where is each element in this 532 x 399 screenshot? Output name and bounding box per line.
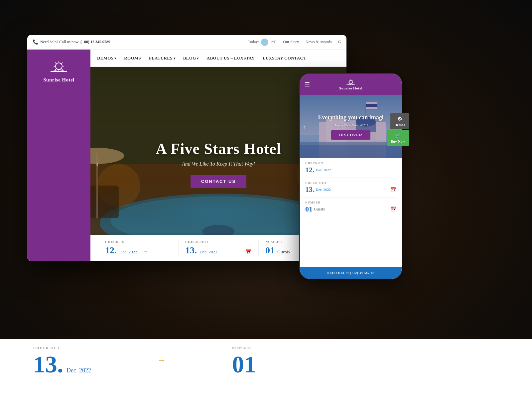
- checkout-calendar-icon: 📅: [245, 248, 252, 255]
- bottom-arrow-icon: →: [158, 356, 166, 365]
- checkin-arrow-icon: →: [142, 248, 148, 255]
- checkout-value-row: 13. Dec. 2022 📅: [185, 245, 252, 256]
- guests-count: 01: [265, 245, 275, 256]
- topbar-nav: Our Story News & Awards G: [283, 40, 341, 45]
- mobile-guests-field[interactable]: NUMBER 01 Guests 📅: [305, 198, 396, 217]
- mobile-checkout-day: 13.: [305, 185, 315, 194]
- bottom-checkout-day: 13.: [33, 352, 63, 376]
- mobile-checkin-label: CHECK-IN: [305, 162, 396, 165]
- mobile-hero-title: Everything you can imagi: [311, 114, 390, 121]
- mobile-checkin-arrow: →: [333, 167, 339, 173]
- guests-unit: Guests: [277, 249, 290, 255]
- news-awards-link[interactable]: News & Awards: [306, 40, 332, 45]
- nav-rooms[interactable]: ROOMS: [124, 56, 141, 61]
- hamburger-icon[interactable]: ☰: [305, 81, 310, 88]
- prev-slide-button[interactable]: ‹: [96, 159, 99, 169]
- nav-demos[interactable]: DEMOS: [97, 56, 116, 61]
- nav-contact[interactable]: LUXSTAY CONTACT: [263, 56, 306, 61]
- bottom-arrow-section: →: [158, 346, 166, 365]
- mobile-checkout-field[interactable]: CHECK-OUT 13. Dec. 2022 📅: [305, 178, 396, 198]
- demos-label: Demos: [394, 123, 405, 127]
- mobile-footer-text: NEED HELP: (+12) 34-567-89: [327, 271, 375, 275]
- nav-blog[interactable]: BLOG: [183, 56, 199, 61]
- mobile-checkout-month: Dec. 2022: [316, 188, 331, 192]
- call-label: Need help? Call us now:: [40, 40, 79, 45]
- temperature: 1°C: [270, 40, 277, 45]
- bottom-content: CHECK OUT 13. Dec. 2022 → NUMBER 01: [0, 339, 532, 399]
- mobile-hero-content: Everything you can imagi Happy New Year …: [300, 95, 402, 158]
- gallery-link[interactable]: G: [338, 40, 341, 45]
- checkout-day: 13.: [185, 245, 197, 256]
- mobile-guests-calendar: 📅: [391, 206, 396, 212]
- desktop-layout: Sunrise Hotel DEMOS ROOMS FEATURES BLOG …: [27, 50, 346, 261]
- hero-subtitle: And We Like To Keep It That Way!: [182, 161, 255, 167]
- nav-features[interactable]: FEATURES: [149, 56, 175, 61]
- nav-about[interactable]: ABOUT US – LUXSTAY: [207, 56, 255, 61]
- checkin-value-row: 12. Dec. 2022 →: [105, 245, 172, 256]
- buy-now-float-button[interactable]: 🛒 Buy Now: [387, 130, 409, 146]
- mobile-mockup: ☰ Sunrise Hotel: [299, 73, 402, 279]
- phone-number: (+88) 12 345 6789: [80, 40, 110, 45]
- desktop-nav: DEMOS ROOMS FEATURES BLOG ABOUT US – LUX…: [90, 50, 346, 67]
- our-story-link[interactable]: Our Story: [283, 40, 299, 45]
- mobile-hero: Everything you can imagi Happy New Year …: [300, 95, 402, 158]
- mobile-checkin-row: 12. Dec. 2022 →: [305, 166, 396, 174]
- bottom-number-section: NUMBER 01: [232, 346, 256, 376]
- demos-float-button[interactable]: ⚙ Demos: [390, 113, 409, 129]
- mobile-checkout-label: CHECK-OUT: [305, 181, 396, 185]
- bottom-checkout-month: Dec. 2022: [66, 367, 91, 374]
- bottom-number-label: NUMBER: [232, 346, 256, 350]
- svg-line-28: [349, 80, 350, 81]
- mobile-checkin-month: Dec. 2022: [316, 168, 331, 172]
- mobile-guests-label: NUMBER: [305, 201, 396, 204]
- checkout-field[interactable]: CHECK-OUT 13. Dec. 2022 📅: [179, 240, 259, 256]
- svg-line-29: [352, 83, 353, 84]
- mobile-topbar: ☰ Sunrise Hotel: [300, 74, 402, 95]
- mobile-prev-slide[interactable]: ‹: [303, 123, 306, 131]
- bottom-number-count: 01: [232, 352, 256, 376]
- checkin-day: 12.: [105, 245, 117, 256]
- mobile-hotel-name: Sunrise Hotel: [339, 86, 362, 90]
- weather-icon: [261, 39, 268, 46]
- mobile-guests-unit: Guests: [314, 207, 325, 212]
- mobile-logo-area: Sunrise Hotel: [339, 79, 362, 90]
- today-section: Today: 1°C: [248, 39, 276, 46]
- mobile-checkin-field[interactable]: CHECK-IN 12. Dec. 2022 →: [305, 158, 396, 178]
- checkout-month: Dec. 2022: [200, 249, 217, 255]
- today-label: Today:: [248, 40, 259, 45]
- mobile-checkout-calendar: 📅: [391, 187, 396, 193]
- svg-line-7: [62, 63, 63, 64]
- buy-now-label: Buy Now: [391, 139, 405, 143]
- desktop-sidebar: Sunrise Hotel: [27, 50, 90, 261]
- phone-icon: 📞: [33, 39, 38, 45]
- hotel-logo-icon: [49, 60, 69, 74]
- mobile-checkin-day: 12.: [305, 166, 315, 174]
- checkin-label: CHECK-IN: [105, 240, 172, 244]
- discover-button[interactable]: DISCOVER: [331, 130, 370, 140]
- mobile-hero-subtitle: Happy New Year 2021!: [333, 123, 368, 127]
- cart-icon: 🛒: [394, 132, 401, 139]
- mobile-logo-icon: [346, 79, 356, 86]
- desktop-topbar: 📞 Need help? Call us now: (+88) 12 345 6…: [27, 35, 346, 50]
- gear-icon: ⚙: [397, 116, 402, 122]
- svg-line-5: [55, 63, 56, 64]
- mobile-guests-count: 01: [305, 205, 313, 213]
- svg-line-6: [62, 69, 63, 70]
- bottom-checkout-section: CHECK OUT 13. Dec. 2022: [33, 346, 91, 376]
- mobile-guests-row: 01 Guests 📅: [305, 205, 396, 213]
- checkin-month: Dec. 2022: [119, 249, 137, 255]
- checkout-label: CHECK-OUT: [185, 240, 252, 244]
- desktop-mockup: 📞 Need help? Call us now: (+88) 12 345 6…: [27, 35, 346, 261]
- hero-title: A Five Stars Hotel: [156, 140, 281, 158]
- svg-point-0: [56, 63, 62, 69]
- svg-line-30: [352, 80, 353, 81]
- contact-us-button[interactable]: CONTACT US: [191, 175, 246, 188]
- mobile-footer: NEED HELP: (+12) 34-567-89: [300, 267, 402, 279]
- svg-point-23: [349, 80, 352, 84]
- checkin-field[interactable]: CHECK-IN 12. Dec. 2022 →: [98, 240, 179, 256]
- mobile-booking: CHECK-IN 12. Dec. 2022 → CHECK-OUT 13. D…: [300, 158, 402, 217]
- svg-line-31: [349, 83, 350, 84]
- hotel-logo-text: Sunrise Hotel: [43, 77, 74, 83]
- bottom-checkout-label: CHECK OUT: [33, 346, 91, 350]
- mobile-checkout-row: 13. Dec. 2022 📅: [305, 185, 396, 194]
